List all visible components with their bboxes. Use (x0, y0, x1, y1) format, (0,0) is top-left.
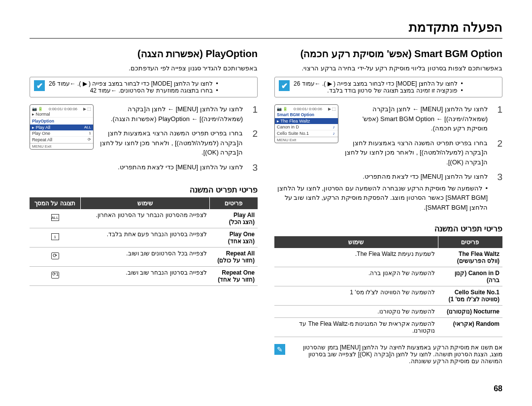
section-playoption: PlayOption (אפשרות הצגה) באפשרותכם להגדי… (30, 48, 258, 365)
play-one-icon (51, 233, 59, 240)
step-text: בחרו בפריט תפריט המשנה הרצוי באמצעות לחצ… (99, 128, 243, 157)
submenu-heading: פריטי תפריט המשנה (274, 224, 502, 233)
th-use: שימוש (274, 236, 438, 248)
note-line: לחצו על הלחצן [MODE] כדי לבחור במצב צפיי… (294, 80, 463, 87)
step-number: 1 (494, 104, 502, 115)
smartbgm-table: פריטים שימוש The Flea Waltz(וולס הפרעושי… (274, 236, 502, 337)
check-icon: ✔ (34, 80, 45, 91)
playoption-screenshot: 📷 🔋0:00:01/ 0:00:06▶ ⬚ ▸ Normal PlayOpti… (30, 104, 94, 150)
smartbgm-intro: באפשרותכם לצפות בסרטון בליווי מוסיקת רקע… (274, 64, 502, 72)
smartbgm-note: ✔ לחצו על הלחצן [MODE] כדי לבחור במצב צפ… (274, 77, 502, 97)
playoption-table: פריטים שימוש תצוגה על המסך Play All(הצג … (30, 197, 258, 286)
pencil-icon: ✎ (274, 344, 285, 355)
repeat-all-icon (51, 252, 59, 259)
table-row: Nocturne (נוקטורנו) להשמעה של נוקטורנו. (274, 306, 502, 318)
step-number: 2 (494, 138, 502, 149)
section-smartbgm: Smart BGM Option (אפש' מוסיקת רקע חכמה) … (274, 48, 502, 365)
smartbgm-screenshot: 📷 🔋0:00:01/ 0:00:06▶ ⬚ Smart BGM Option … (274, 104, 338, 143)
step-number: 2 (249, 128, 258, 139)
divider (30, 38, 502, 39)
playoption-intro: באפשרותכם להגדיר סגנון צפייה לפי העדפתכם… (30, 64, 258, 72)
step-text: לחצו על הלחצן [MENU] ← לחצן ה[בקרה (שמאל… (343, 104, 488, 133)
playoption-heading: PlayOption (אפשרות הצגה) (30, 48, 258, 60)
step-text: לחצו על הלחצן [MENU] כדי לצאת מהתפריט. ל… (274, 172, 488, 212)
th-display: תצוגה על המסך (30, 197, 80, 209)
repeat-one-icon (51, 272, 59, 279)
playoption-note: ✔ לחצו על הלחצן [MODE] כדי לבחור במצב צפ… (30, 77, 258, 97)
smartbgm-heading: Smart BGM Option (אפש' מוסיקת רקע חכמה) (274, 48, 502, 60)
table-row: Random (אקראי) להשמעה אקראית של המנגינות… (274, 318, 502, 337)
page-number: 68 (494, 384, 502, 393)
step-number: 1 (249, 104, 258, 115)
table-row: Cello Suite No.1(סוויטה לצ'לו מס' 1) להש… (274, 286, 502, 306)
note-line: בחרו בתצוגה ממוזערת של הסרטונים. ←עמוד 4… (49, 87, 218, 94)
table-row: Repeat One(חזור על אחד) לצפייה בסרטון הנ… (30, 266, 258, 285)
note-line: פונקציה זו זמינה במצב תצוגה של סרטון בוד… (294, 87, 463, 94)
th-items: פריטים (210, 197, 258, 209)
step-number: 3 (249, 162, 258, 173)
step-number: 3 (494, 172, 502, 183)
table-row: Play All(הצג הכל) לצפייה מהסרטון הנבחר ע… (30, 209, 258, 228)
smartbgm-pencil-note: ✎ אם תשנו את מוסיקת הרקע באמצעות לחיצה ע… (274, 344, 502, 365)
note-line: לחצו על הלחצן [MODE] כדי לבחור במצב צפיי… (49, 80, 218, 87)
table-row: Play One(הצג אחד) לצפייה בסרטון הנבחר פע… (30, 228, 258, 247)
table-row: The Flea Waltz(וולס הפרעושים) לשמעת נעימ… (274, 248, 502, 267)
step-text: לחצו על הלחצן [MENU] כדי לצאת מהתפריט. (30, 162, 243, 172)
th-use: שימוש (80, 197, 210, 209)
th-items: פריטים (438, 236, 502, 248)
table-row: Canon in D (קנון ברה) להשמעה של הקאנון ב… (274, 267, 502, 286)
chapter-title: הפעלה מתקדמת (30, 20, 502, 35)
submenu-heading: פריטי תפריט המשנה (30, 185, 258, 194)
check-icon: ✔ (279, 80, 290, 91)
step-text: בחרו בפריט תפריט המשנה הרצוי באמצעות לחצ… (343, 138, 488, 167)
table-row: Repeat All(חזור על כולם) לצפייה בכל הסרט… (30, 247, 258, 266)
play-all-icon (51, 214, 59, 221)
step-text: לחצו על הלחצן [MENU] ← לחצן ה[בקרה (שמאל… (99, 104, 243, 124)
